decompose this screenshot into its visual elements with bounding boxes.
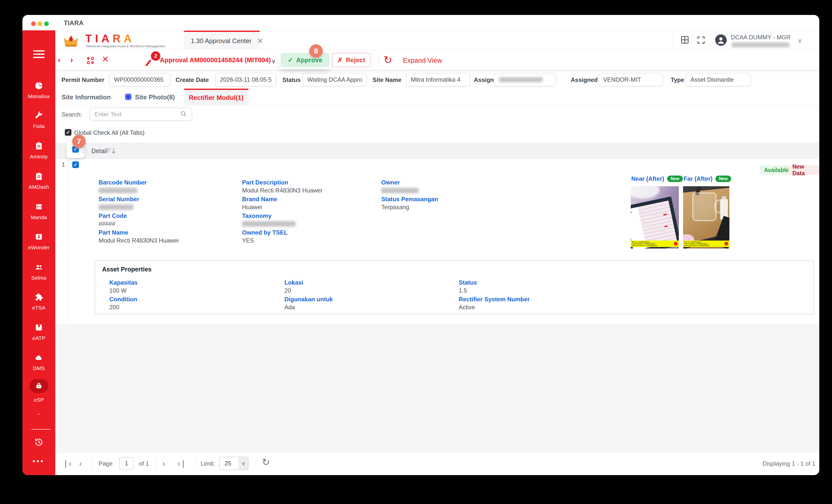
row-number: 1 <box>62 161 65 168</box>
sidebar-item-label: eWonder <box>28 244 50 250</box>
sidebar-item-label: Amesty <box>30 154 48 160</box>
window-titlebar: TIARA <box>22 15 819 30</box>
close-window-button[interactable] <box>31 21 36 26</box>
status-field[interactable]: Waiting DCAA Appro <box>302 73 367 86</box>
assigned-label: Assigned <box>571 76 598 83</box>
field-value: YES <box>242 237 288 244</box>
people-icon <box>35 263 43 272</box>
far-after-photo-thumbnail[interactable]: Site ID Ticket Number Barcode Number T <box>683 186 729 248</box>
pagination-summary: Displaying 1 - 1 of 1 <box>762 460 815 467</box>
pagination-divider <box>92 458 92 469</box>
field-label: Barcode Number <box>99 179 147 186</box>
user-name: DCAA DUMMY - MGR <box>731 34 791 41</box>
sidebar-item-amesty[interactable]: Amesty <box>22 142 55 160</box>
status-label: Status <box>282 76 301 83</box>
user-avatar[interactable] <box>715 34 727 46</box>
annotation-marker-7: 7 <box>72 135 86 148</box>
record-title[interactable]: Approval AM000001458244 (MIT004) <box>160 56 271 64</box>
close-tab-icon[interactable]: ✕ <box>257 36 263 45</box>
search-box <box>90 108 192 121</box>
hamburger-menu-icon[interactable] <box>33 50 45 58</box>
limit-select[interactable]: 25 ∨ <box>219 457 249 470</box>
redacted-value <box>499 77 543 82</box>
create-date-field[interactable]: 2026-03-11 08:05:5 <box>215 73 277 86</box>
photo-watermark-strip: Site ID Ticket Number Barcode Number T <box>683 241 729 247</box>
field-value: Modul Recti R4830N3 Huawei <box>242 187 322 194</box>
sidebar-item-eatp[interactable]: eATP <box>22 323 55 341</box>
sidebar-item-label: AMDash <box>29 184 49 190</box>
refresh-grid-icon[interactable]: ↻ <box>262 458 270 467</box>
more-options-icon[interactable] <box>33 460 43 462</box>
global-check-all-checkbox[interactable]: ✓ <box>65 129 72 136</box>
tiara-crown-logo <box>62 32 80 50</box>
field-label: Part Name <box>99 229 179 236</box>
next-page-icon[interactable]: › <box>162 459 165 468</box>
field-label: Owned by TSEL <box>242 229 288 236</box>
new-badge: New <box>716 176 731 182</box>
tab-rectifier-modul-active[interactable]: Rectifier Modul(1) <box>184 89 248 106</box>
near-after-photo-thumbnail[interactable]: Site ID Ticket Number Barcode Number T <box>631 186 679 248</box>
first-page-icon[interactable]: ❘‹ <box>62 459 72 468</box>
tabs-divider <box>55 105 819 106</box>
workflow-cluster-icon[interactable] <box>85 55 96 67</box>
prev-page-icon[interactable]: ‹ <box>79 459 82 468</box>
sidebar-item-manda[interactable]: Manda <box>22 203 55 220</box>
logo-subtitle: Telkomsel Integrated Asset & Workforce M… <box>86 44 165 48</box>
field-taxonomy: Taxonomy <box>242 213 295 227</box>
app-window: TIARA Monalisa Fiola Amesty AMDash <box>22 15 819 475</box>
field-part-name: Part Name Modul Recti R4830N3 Huawei <box>99 229 179 244</box>
grid-apps-icon[interactable] <box>680 35 690 46</box>
permit-number-field[interactable]: WP000000000365 <box>109 73 170 86</box>
check-icon: ✓ <box>288 56 293 64</box>
assigne-field[interactable] <box>494 73 556 86</box>
type-field[interactable]: Asset Dismantle <box>685 73 751 86</box>
minimize-window-button[interactable] <box>37 21 42 26</box>
field-value: Modul Recti R4830N3 Huawei <box>99 237 179 244</box>
sidebar-item-esp-active[interactable] <box>29 379 48 393</box>
detail-column-header[interactable]: Detail <box>92 148 107 155</box>
assigned-field[interactable]: VENDOR-MIT <box>598 73 663 86</box>
field-label: Brand Name <box>242 196 277 203</box>
site-name-field[interactable]: Mitra Informatika 4 <box>406 73 470 86</box>
record-title-chevron-icon[interactable]: ∨ <box>271 58 276 65</box>
last-page-icon[interactable]: ›❘ <box>177 459 186 468</box>
sort-icon[interactable] <box>106 147 117 156</box>
sidebar-item-etsa[interactable]: eTSA <box>22 293 55 311</box>
tab-site-information[interactable]: Site Information <box>61 94 111 101</box>
sidebar-item-monalisa[interactable]: Monalisa <box>22 81 55 99</box>
logo-wordmark: TIARA <box>85 32 135 45</box>
history-icon[interactable] <box>34 437 44 448</box>
maximize-window-button[interactable] <box>44 21 49 26</box>
search-input[interactable] <box>95 111 180 118</box>
page-number-input[interactable] <box>119 457 134 470</box>
field-label: Taxonomy <box>242 213 295 219</box>
close-record-icon[interactable]: × <box>102 53 109 65</box>
user-menu-chevron-icon[interactable]: ∨ <box>797 37 802 45</box>
sidebar-item-selma[interactable]: Selma <box>22 263 55 281</box>
field-value: Huawei <box>242 204 277 210</box>
row-checkbox[interactable]: ✓ <box>72 161 79 168</box>
field-owned-by-tsel: Owned by TSEL YES <box>242 229 288 244</box>
approve-button[interactable]: ✓ Approve <box>281 53 330 67</box>
sidebar-item-amdash[interactable]: AMDash <box>22 172 55 190</box>
field-barcode-number: Barcode Number <box>99 179 147 193</box>
sidebar-item-ewonder[interactable]: eWonder <box>22 233 55 250</box>
expand-view-button[interactable]: Expand View <box>403 57 442 64</box>
nav-forward-icon[interactable]: › <box>70 55 73 64</box>
sidebar-item-fiola[interactable]: Fiola <box>22 111 55 129</box>
user-subname-redacted <box>732 42 789 47</box>
fullscreen-icon[interactable] <box>696 35 706 46</box>
field-status-asset: Status 1.5 <box>459 280 477 294</box>
drag-handle-icon[interactable] <box>81 147 85 154</box>
tab-approval-center[interactable]: 1.30 Approval Center ✕ <box>184 31 260 50</box>
nav-back-icon[interactable]: ‹ <box>58 55 60 64</box>
redacted-value <box>381 188 419 193</box>
tab-site-photo[interactable]: Site Photo(8) <box>135 94 175 101</box>
sidebar-item-dms[interactable]: DMS <box>22 353 55 371</box>
window-title: TIARA <box>64 19 83 27</box>
field-condition: Condition 200 <box>109 296 137 311</box>
pin-marker-icon: 2 <box>145 51 161 68</box>
pagination-divider <box>256 458 256 469</box>
refresh-icon[interactable]: ↻ <box>384 54 392 66</box>
reject-button[interactable]: ✗ Reject <box>332 53 370 67</box>
